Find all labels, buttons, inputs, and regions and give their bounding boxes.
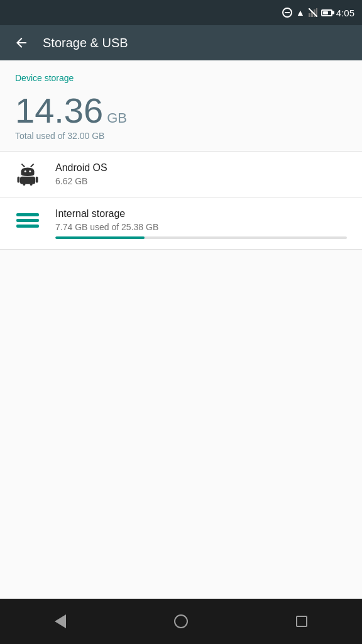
storage-total: Total used of 32.00 GB bbox=[15, 131, 347, 141]
svg-rect-11 bbox=[36, 177, 38, 183]
nav-back-button[interactable] bbox=[45, 606, 75, 636]
back-button[interactable] bbox=[10, 31, 33, 54]
svg-point-7 bbox=[25, 170, 26, 172]
toolbar-title: Storage & USB bbox=[43, 36, 128, 50]
internal-storage-icon bbox=[15, 208, 40, 233]
svg-rect-0 bbox=[309, 13, 310, 17]
svg-rect-12 bbox=[23, 184, 26, 186]
signal-icon bbox=[309, 8, 317, 17]
android-os-text: Android OS 6.62 GB bbox=[55, 162, 107, 186]
device-storage-section-header: Device storage bbox=[0, 60, 362, 88]
svg-rect-13 bbox=[30, 184, 33, 186]
wifi-icon: ▲ bbox=[296, 8, 305, 18]
battery-icon bbox=[321, 9, 332, 16]
nav-back-icon bbox=[55, 614, 66, 628]
svg-line-5 bbox=[22, 164, 25, 167]
android-os-subtitle: 6.62 GB bbox=[55, 176, 107, 186]
storage-number: 14.36 bbox=[15, 93, 103, 128]
storage-unit: GB bbox=[107, 110, 127, 126]
svg-line-6 bbox=[31, 164, 33, 167]
nav-recents-icon bbox=[296, 616, 307, 627]
progress-bar bbox=[55, 236, 347, 239]
android-os-icon bbox=[15, 162, 40, 187]
android-os-title: Android OS bbox=[55, 162, 107, 174]
nav-recents-button[interactable] bbox=[287, 606, 317, 636]
status-bar: ▲ 4:05 bbox=[0, 0, 362, 25]
divider-3 bbox=[0, 249, 362, 250]
android-os-item[interactable]: Android OS 6.62 GB bbox=[0, 152, 362, 197]
storage-usage: 14.36 GB Total used of 32.00 GB bbox=[0, 88, 362, 151]
progress-bar-fill bbox=[55, 236, 145, 239]
main-content: Device storage 14.36 GB Total used of 32… bbox=[0, 60, 362, 599]
svg-point-8 bbox=[29, 170, 31, 172]
internal-storage-text: Internal storage 7.74 GB used of 25.38 G… bbox=[55, 208, 158, 232]
dnd-icon bbox=[282, 8, 292, 18]
internal-storage-subtitle: 7.74 GB used of 25.38 GB bbox=[55, 222, 158, 232]
toolbar: Storage & USB bbox=[0, 25, 362, 60]
internal-storage-progress-container bbox=[15, 233, 347, 239]
status-icons: ▲ 4:05 bbox=[282, 8, 354, 18]
nav-home-icon bbox=[174, 614, 188, 628]
internal-storage-row: Internal storage 7.74 GB used of 25.38 G… bbox=[15, 208, 347, 233]
internal-storage-title: Internal storage bbox=[55, 208, 158, 219]
storage-amount: 14.36 GB bbox=[15, 93, 347, 128]
nav-home-button[interactable] bbox=[166, 606, 196, 636]
internal-storage-item[interactable]: Internal storage 7.74 GB used of 25.38 G… bbox=[0, 197, 362, 249]
svg-rect-9 bbox=[20, 177, 35, 184]
nav-bar bbox=[0, 599, 362, 644]
status-time: 4:05 bbox=[336, 8, 354, 18]
svg-rect-10 bbox=[18, 177, 20, 183]
